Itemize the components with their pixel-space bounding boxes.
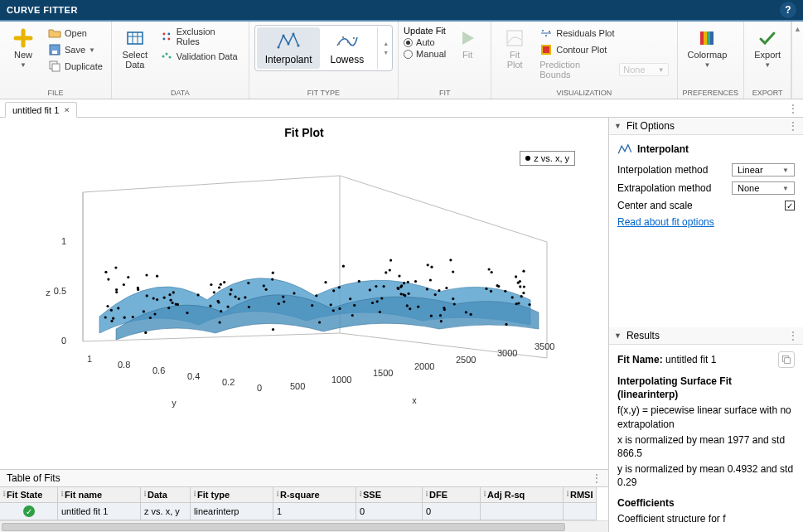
col-fit-state[interactable]: ⦙⦙Fit State [0, 487, 58, 503]
svg-point-64 [145, 273, 148, 276]
cell-rmse[interactable] [564, 503, 597, 520]
validation-data-button[interactable]: Validation Data [157, 48, 244, 65]
svg-point-37 [351, 314, 354, 317]
svg-point-145 [353, 304, 356, 307]
results-header[interactable]: ▼Results⋮ [609, 327, 803, 345]
svg-point-49 [430, 266, 433, 268]
svg-point-174 [389, 259, 392, 262]
select-data-button[interactable]: Select Data [117, 25, 153, 73]
svg-rect-191 [785, 358, 791, 364]
interp-method-dropdown[interactable]: Linear▼ [732, 163, 795, 177]
tof-hscrollbar[interactable] [0, 520, 608, 532]
svg-point-52 [429, 278, 432, 281]
svg-point-114 [235, 296, 237, 298]
document-tab[interactable]: untitled fit 1 × [5, 102, 77, 118]
col-rmse[interactable]: ⦙⦙RMSE [564, 487, 597, 503]
svg-point-105 [407, 281, 409, 283]
help-button[interactable]: ? [780, 2, 796, 18]
svg-point-58 [152, 297, 155, 300]
group-fit: Update Fit Auto Manual Fit FIT [399, 22, 491, 99]
cell-fit-type[interactable]: linearinterp [191, 503, 273, 520]
residuals-plot-button[interactable]: Residuals Plot [536, 25, 671, 41]
svg-point-103 [127, 276, 129, 278]
toolstrip-collapse[interactable]: ▲ [791, 22, 803, 99]
extrap-method-dropdown[interactable]: None▼ [732, 181, 795, 195]
gallery-scroll[interactable]: ▲▼ [377, 27, 390, 69]
save-icon [48, 43, 61, 56]
exclusion-rules-button[interactable]: Exclusion Rules [157, 25, 244, 48]
close-icon[interactable]: × [64, 104, 70, 115]
svg-point-63 [156, 275, 158, 278]
svg-point-123 [213, 291, 215, 293]
fit-type-interpolant[interactable]: Interpolant [257, 27, 321, 69]
panel-menu-icon[interactable]: ⋮ [788, 120, 798, 132]
svg-point-166 [528, 303, 530, 306]
svg-point-136 [375, 285, 377, 288]
cell-data[interactable]: z vs. x, y [141, 503, 191, 520]
svg-point-108 [117, 307, 119, 309]
svg-point-115 [330, 303, 332, 306]
open-button[interactable]: Open [45, 25, 106, 41]
export-button[interactable]: Export ▼ [749, 25, 786, 72]
fit-options-header[interactable]: ▼Fit Options⋮ [609, 118, 803, 135]
col-dfe[interactable]: ⦙⦙DFE [423, 487, 481, 503]
group-data: Select Data Exclusion Rules Validation D… [112, 22, 249, 99]
svg-point-45 [210, 283, 212, 286]
svg-point-54 [417, 306, 419, 308]
save-button[interactable]: Save▼ [45, 41, 106, 58]
tof-menu-icon[interactable]: ⋮ [592, 472, 602, 484]
chevron-down-icon[interactable]: ▼ [381, 48, 390, 57]
tab-label: untitled fit 1 [12, 105, 59, 115]
svg-rect-4 [128, 32, 143, 44]
svg-point-107 [230, 288, 232, 291]
svg-point-143 [465, 311, 467, 313]
col-fit-type[interactable]: ⦙⦙Fit type [191, 487, 273, 503]
col-adjrsq[interactable]: ⦙⦙Adj R-sq [481, 487, 564, 503]
scrollbar-thumb[interactable] [2, 523, 565, 531]
copy-results-button[interactable] [778, 351, 795, 368]
svg-point-76 [430, 315, 433, 317]
colormap-button[interactable]: Colormap ▼ [683, 25, 733, 72]
chevron-up-icon[interactable]: ▲ [381, 39, 390, 48]
plot-canvas[interactable]: Fit Plot z vs. x, y 0 0.5 1 z [0, 118, 608, 469]
exclusion-icon [160, 30, 173, 43]
auto-fit-radio[interactable]: Auto [404, 36, 446, 48]
panel-menu-icon[interactable]: ⋮ [788, 330, 798, 341]
col-data[interactable]: ⦙⦙Data [141, 487, 191, 503]
svg-point-163 [404, 294, 406, 297]
tab-menu-icon[interactable]: ⋮ [788, 103, 798, 114]
chevron-down-icon: ▼ [704, 61, 710, 69]
chevron-down-icon: ▼ [764, 61, 771, 69]
col-fit-name[interactable]: ⦙⦙Fit name [58, 487, 141, 503]
manual-fit-radio[interactable]: Manual [404, 48, 446, 60]
app-title: CURVE FITTER [7, 5, 78, 15]
cell-adjrsq[interactable] [481, 503, 564, 520]
svg-text:3500: 3500 [535, 341, 554, 351]
svg-point-156 [324, 281, 327, 283]
new-button[interactable]: New ▼ [5, 25, 41, 72]
duplicate-button[interactable]: Duplicate [45, 58, 106, 75]
svg-point-119 [247, 282, 249, 284]
svg-text:0: 0 [257, 383, 262, 393]
svg-point-6 [167, 33, 170, 36]
center-scale-checkbox[interactable]: ✓ [785, 201, 795, 210]
cell-dfe[interactable]: 0 [423, 503, 481, 520]
svg-text:1500: 1500 [373, 368, 393, 378]
cell-rsq[interactable]: 1 [273, 503, 356, 520]
read-about-options-link[interactable]: Read about fit options [617, 216, 714, 228]
svg-point-71 [504, 290, 506, 293]
svg-rect-26 [543, 46, 549, 53]
col-sse[interactable]: ⦙⦙SSE [356, 487, 423, 503]
contour-plot-button[interactable]: Contour Plot [536, 41, 671, 58]
fit-type-gallery[interactable]: Interpolant Lowess ▲▼ [254, 25, 393, 71]
svg-point-42 [470, 313, 472, 316]
svg-point-152 [220, 310, 222, 312]
svg-point-9 [162, 56, 164, 58]
svg-point-16 [297, 45, 300, 47]
svg-point-104 [452, 270, 454, 273]
cell-sse[interactable]: 0 [356, 503, 423, 520]
cell-fit-state[interactable]: ✓ [0, 503, 58, 520]
fit-type-lowess[interactable]: Lowess [322, 27, 372, 69]
cell-fit-name[interactable]: untitled fit 1 [58, 503, 141, 520]
col-rsquare[interactable]: ⦙⦙R-square [273, 487, 356, 503]
